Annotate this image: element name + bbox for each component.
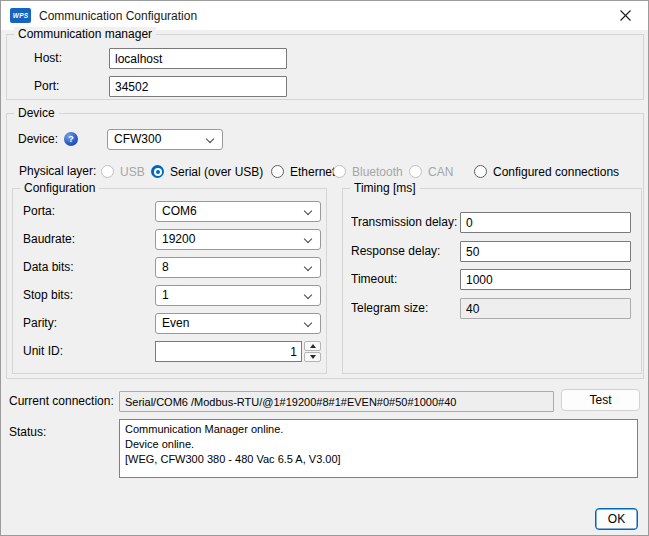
radio-icon xyxy=(151,165,164,178)
arrow-up-icon xyxy=(310,344,316,348)
stop-bits-combo-value: 1 xyxy=(162,286,169,305)
status-label: Status: xyxy=(9,422,46,443)
data-bits-combo[interactable]: 8 xyxy=(155,257,321,278)
configuration-group-label: Configuration xyxy=(20,181,99,196)
device-combo-value: CFW300 xyxy=(114,130,161,149)
chevron-down-icon xyxy=(304,207,312,215)
port-label: Port: xyxy=(34,76,59,97)
parity-label: Parity: xyxy=(23,313,57,334)
timeout-label: Timeout: xyxy=(351,269,397,290)
unit-id-stepper xyxy=(155,341,321,362)
response-delay-input[interactable] xyxy=(460,241,631,262)
physical-layer-ethernet-radio[interactable]: Ethernet xyxy=(271,161,335,182)
current-connection-label: Current connection: xyxy=(9,391,114,412)
help-icon[interactable]: ? xyxy=(64,132,78,146)
telegram-size-label: Telegram size: xyxy=(351,298,428,319)
porta-combo[interactable]: COM6 xyxy=(155,201,321,222)
baudrate-combo[interactable]: 19200 xyxy=(155,229,321,250)
unit-id-input[interactable] xyxy=(155,341,302,362)
porta-label: Porta: xyxy=(23,201,55,222)
device-group: Device Device: ? CFW300 Physical layer: … xyxy=(6,113,644,379)
parity-combo[interactable]: Even xyxy=(155,313,321,334)
host-input[interactable] xyxy=(109,48,287,69)
chevron-down-icon xyxy=(304,235,312,243)
communication-manager-group: Communication manager Host: Port: xyxy=(6,34,644,100)
status-box: Communication Manager online. Device onl… xyxy=(119,419,638,478)
host-label: Host: xyxy=(34,48,62,69)
chevron-down-icon xyxy=(304,263,312,271)
radio-icon xyxy=(333,165,346,178)
transmission-delay-label: Transmission delay: xyxy=(351,212,457,233)
radio-icon xyxy=(101,165,114,178)
physical-layer-can-radio: CAN xyxy=(409,161,453,182)
baudrate-combo-value: 19200 xyxy=(162,230,195,249)
response-delay-label: Response delay: xyxy=(351,241,440,262)
test-button[interactable]: Test xyxy=(561,389,640,411)
ok-button[interactable]: OK xyxy=(595,508,638,530)
chevron-down-icon xyxy=(304,291,312,299)
arrow-down-icon xyxy=(310,355,316,359)
spin-up-button[interactable] xyxy=(304,341,321,351)
status-line: Communication Manager online. xyxy=(125,422,632,437)
telegram-size-field xyxy=(460,298,631,319)
unit-id-label: Unit ID: xyxy=(23,341,63,362)
transmission-delay-input[interactable] xyxy=(460,212,631,233)
radio-icon xyxy=(409,165,422,178)
chevron-down-icon xyxy=(206,135,214,143)
stop-bits-label: Stop bits: xyxy=(23,285,73,306)
stop-bits-combo[interactable]: 1 xyxy=(155,285,321,306)
data-bits-label: Data bits: xyxy=(23,257,74,278)
data-bits-combo-value: 8 xyxy=(162,258,169,277)
physical-layer-serial-radio[interactable]: Serial (over USB) xyxy=(151,161,263,182)
physical-layer-label: Physical layer: xyxy=(19,161,96,182)
physical-layer-usb-label: USB xyxy=(120,165,145,179)
wps-app-icon: WPS xyxy=(10,8,31,23)
physical-layer-ethernet-label: Ethernet xyxy=(290,165,335,179)
titlebar[interactable]: WPS Communication Configuration xyxy=(1,1,648,30)
physical-layer-configured-connections-radio[interactable]: Configured connections xyxy=(474,161,619,182)
spin-down-button[interactable] xyxy=(304,352,321,362)
communication-configuration-dialog: WPS Communication Configuration Communic… xyxy=(0,0,649,536)
timeout-input[interactable] xyxy=(460,269,631,290)
physical-layer-bluetooth-label: Bluetooth xyxy=(352,165,403,179)
timing-group: Timing [ms] Transmission delay: Response… xyxy=(342,188,642,374)
device-label: Device: xyxy=(18,129,58,150)
chevron-down-icon xyxy=(304,319,312,327)
radio-icon xyxy=(474,165,487,178)
close-icon xyxy=(620,10,631,21)
current-connection-field xyxy=(119,391,554,412)
window-title: Communication Configuration xyxy=(39,9,197,23)
unit-id-spin-buttons xyxy=(304,341,321,362)
physical-layer-bluetooth-radio: Bluetooth xyxy=(333,161,403,182)
physical-layer-serial-label: Serial (over USB) xyxy=(170,165,263,179)
radio-icon xyxy=(271,165,284,178)
porta-combo-value: COM6 xyxy=(162,202,197,221)
device-group-label: Device xyxy=(14,106,59,121)
parity-combo-value: Even xyxy=(162,314,189,333)
physical-layer-can-label: CAN xyxy=(428,165,453,179)
port-input[interactable] xyxy=(109,76,287,97)
close-button[interactable] xyxy=(603,1,648,30)
timing-group-label: Timing [ms] xyxy=(350,181,420,196)
physical-layer-configured-connections-label: Configured connections xyxy=(493,165,619,179)
physical-layer-usb-radio: USB xyxy=(101,161,145,182)
baudrate-label: Baudrate: xyxy=(23,229,75,250)
configuration-group: Configuration Porta: COM6 Baudrate: 1920… xyxy=(12,188,327,374)
status-line: [WEG, CFW300 380 - 480 Vac 6.5 A, V3.00] xyxy=(125,452,632,467)
communication-manager-group-label: Communication manager xyxy=(14,27,156,42)
status-line: Device online. xyxy=(125,437,632,452)
device-combo[interactable]: CFW300 xyxy=(107,129,223,150)
